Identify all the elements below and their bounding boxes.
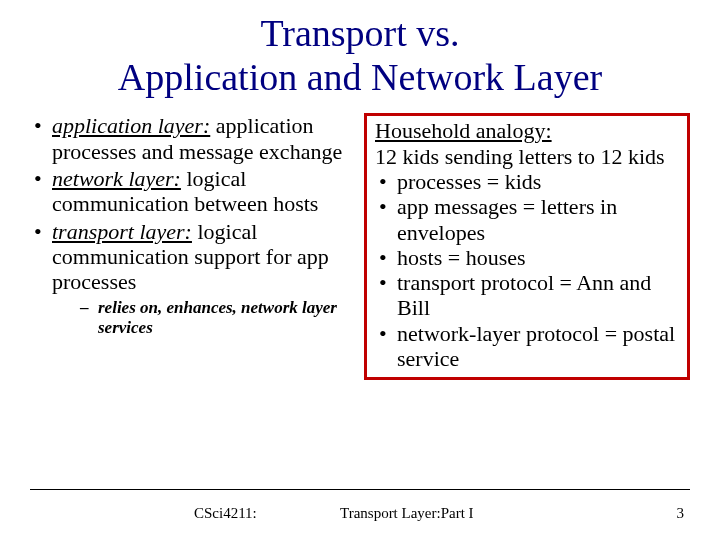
term: transport layer:	[52, 219, 192, 244]
right-column: Household analogy: 12 kids sending lette…	[364, 113, 690, 380]
slide-title: Transport vs. Application and Network La…	[30, 12, 690, 99]
sub-bullet: relies on, enhances, network layer servi…	[80, 298, 350, 337]
analogy-item: hosts = houses	[375, 245, 679, 270]
analogy-list: processes = kids app messages = letters …	[375, 169, 679, 371]
title-text: Transport vs. Application and Network La…	[118, 12, 602, 98]
footer-course: CSci4211:	[194, 505, 257, 522]
analogy-subtitle: 12 kids sending letters to 12 kids	[375, 144, 679, 169]
analogy-item: app messages = letters in envelopes	[375, 194, 679, 245]
bullet-network-layer: network layer: logical communication bet…	[30, 166, 350, 217]
left-bullet-list: application layer: application processes…	[30, 113, 350, 337]
footer-section: Transport Layer:Part I	[340, 505, 474, 522]
term: network layer:	[52, 166, 181, 191]
analogy-item: processes = kids	[375, 169, 679, 194]
analogy-heading: Household analogy:	[375, 118, 679, 143]
sub-bullet-list: relies on, enhances, network layer servi…	[52, 298, 350, 337]
left-column: application layer: application processes…	[30, 113, 350, 380]
term: application layer:	[52, 113, 210, 138]
slide: Transport vs. Application and Network La…	[0, 0, 720, 540]
analogy-item: transport protocol = Ann and Bill	[375, 270, 679, 321]
bullet-application-layer: application layer: application processes…	[30, 113, 350, 164]
sub-bullet-text: relies on, enhances, network layer servi…	[98, 298, 337, 337]
content-columns: application layer: application processes…	[30, 113, 690, 380]
bullet-transport-layer: transport layer: logical communication s…	[30, 219, 350, 338]
footer-page-number: 3	[677, 505, 685, 522]
analogy-item: network-layer protocol = postal service	[375, 321, 679, 372]
footer-divider	[30, 489, 690, 490]
analogy-box: Household analogy: 12 kids sending lette…	[364, 113, 690, 380]
